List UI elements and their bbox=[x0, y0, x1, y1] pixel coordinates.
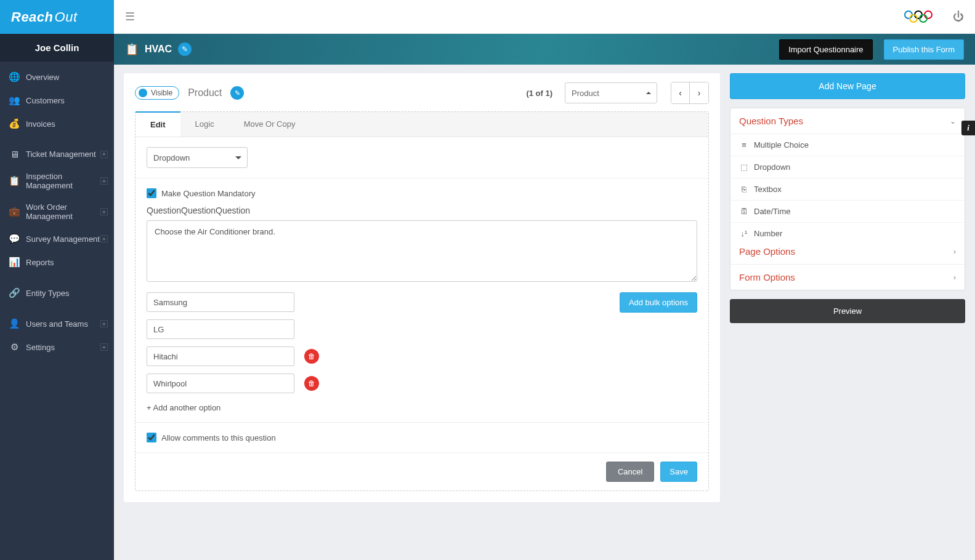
qtype-icon: ↓¹ bbox=[739, 229, 749, 238]
nav-icon: 📊 bbox=[9, 257, 20, 268]
right-panel-accordion: Question Types ⌄ ≡Multiple Choice⬚Dropdo… bbox=[730, 108, 965, 290]
question-type-number[interactable]: ↓¹Number bbox=[730, 223, 965, 239]
form-options-header[interactable]: Form Options › bbox=[730, 265, 965, 290]
page-counter: (1 of 1) bbox=[526, 89, 552, 98]
info-tab-button[interactable]: i bbox=[961, 121, 975, 135]
page-options-header[interactable]: Page Options › bbox=[730, 239, 965, 265]
edit-page-name-button[interactable]: ✎ bbox=[230, 86, 244, 100]
nav-label: Users and Teams bbox=[26, 319, 88, 329]
nav-label: Customers bbox=[26, 96, 65, 105]
sidebar-item-work-order-management[interactable]: 💼Work Order Management+ bbox=[0, 196, 114, 227]
question-type-date-time[interactable]: 🗓Date/Time bbox=[730, 201, 965, 223]
svg-point-3 bbox=[910, 15, 917, 22]
qtype-icon: ⬚ bbox=[739, 162, 749, 172]
sidebar-item-reports[interactable]: 📊Reports bbox=[0, 250, 114, 274]
topbar: ☰ ⏻ bbox=[114, 0, 975, 34]
sidebar-item-inspection-management[interactable]: 📋Inspection Management+ bbox=[0, 166, 114, 196]
question-type-select[interactable]: Dropdown bbox=[147, 147, 248, 168]
qtype-label: Textbox bbox=[754, 185, 782, 194]
delete-option-button[interactable]: 🗑 bbox=[304, 376, 319, 391]
tab-move-or-copy[interactable]: Move Or Copy bbox=[229, 112, 310, 137]
visibility-label: Visible bbox=[151, 89, 172, 97]
nav-icon: 🖥 bbox=[9, 149, 20, 159]
expand-icon: + bbox=[100, 177, 108, 185]
tab-edit[interactable]: Edit bbox=[136, 111, 180, 137]
nav-label: Survey Management bbox=[26, 234, 100, 244]
nav-label: Invoices bbox=[26, 119, 55, 129]
chevron-down-icon: ⌄ bbox=[950, 117, 956, 126]
nav-icon: 👥 bbox=[9, 95, 20, 106]
question-type-textbox[interactable]: ⎘Textbox bbox=[730, 178, 965, 201]
cancel-button[interactable]: Cancel bbox=[606, 462, 654, 482]
sidebar-item-settings[interactable]: ⚙Settings+ bbox=[0, 335, 114, 359]
delete-option-button[interactable]: 🗑 bbox=[304, 349, 319, 364]
next-page-button[interactable]: › bbox=[690, 82, 708, 103]
question-types-header[interactable]: Question Types ⌄ bbox=[730, 108, 965, 134]
publish-form-button[interactable]: Publish this Form bbox=[884, 39, 964, 60]
sidebar-item-customers[interactable]: 👥Customers bbox=[0, 89, 114, 112]
nav-icon: 📋 bbox=[9, 175, 20, 186]
nav-icon: 💼 bbox=[9, 206, 20, 217]
option-input-2[interactable] bbox=[147, 346, 294, 366]
svg-point-4 bbox=[920, 15, 927, 22]
visibility-toggle[interactable]: Visible bbox=[135, 86, 179, 100]
olympic-rings-icon[interactable] bbox=[904, 10, 933, 23]
edit-form-title-button[interactable]: ✎ bbox=[178, 42, 192, 56]
mandatory-checkbox-row[interactable]: Make Question Mandatory bbox=[147, 188, 697, 198]
sidebar-user-name[interactable]: Joe Collin bbox=[0, 34, 114, 62]
import-questionnaire-button[interactable]: Import Questionnaire bbox=[779, 39, 872, 60]
page-options-title: Page Options bbox=[739, 246, 795, 257]
question-text-input[interactable] bbox=[147, 220, 697, 282]
option-input-1[interactable] bbox=[147, 319, 294, 339]
add-new-page-button[interactable]: Add New Page bbox=[730, 73, 965, 99]
question-types-title: Question Types bbox=[739, 116, 803, 126]
question-type-dropdown[interactable]: ⬚Dropdown bbox=[730, 156, 965, 178]
question-section-label: QuestionQuestionQuestion bbox=[147, 206, 697, 215]
chevron-right-icon: › bbox=[953, 247, 956, 256]
sidebar-item-entity-types[interactable]: 🔗Entity Types bbox=[0, 281, 114, 305]
qtype-label: Date/Time bbox=[754, 207, 790, 216]
allow-comments-row[interactable]: Allow comments to this question bbox=[147, 433, 697, 442]
expand-icon: + bbox=[100, 235, 108, 242]
tab-logic[interactable]: Logic bbox=[180, 112, 229, 137]
brand-logo[interactable]: ReachOut bbox=[0, 0, 114, 34]
trash-icon: 🗑 bbox=[308, 352, 315, 361]
svg-point-0 bbox=[905, 11, 912, 18]
page-name: Product bbox=[188, 87, 222, 98]
sidebar-item-invoices[interactable]: 💰Invoices bbox=[0, 112, 114, 135]
form-options-title: Form Options bbox=[739, 272, 795, 282]
sidebar-item-overview[interactable]: 🌐Overview bbox=[0, 65, 114, 89]
nav-label: Overview bbox=[26, 73, 59, 82]
editor-panel: Visible Product ✎ (1 of 1) Product ‹ › bbox=[124, 73, 720, 502]
brand-sub: Out bbox=[55, 9, 78, 25]
page-selector[interactable]: Product bbox=[565, 82, 657, 103]
sidebar-item-survey-management[interactable]: 💬Survey Management+ bbox=[0, 227, 114, 250]
save-button[interactable]: Save bbox=[660, 462, 697, 482]
allow-comments-checkbox[interactable] bbox=[147, 433, 156, 442]
power-icon[interactable]: ⏻ bbox=[953, 10, 964, 23]
option-input-3[interactable] bbox=[147, 374, 294, 393]
mandatory-checkbox[interactable] bbox=[147, 188, 156, 198]
qtype-label: Multiple Choice bbox=[754, 140, 809, 150]
add-another-option-button[interactable]: + Add another option bbox=[147, 403, 319, 412]
form-title: HVAC bbox=[145, 44, 172, 55]
question-card: Edit Logic Move Or Copy Dropdown bbox=[135, 111, 709, 491]
nav-label: Entity Types bbox=[26, 289, 70, 298]
question-type-multiple-choice[interactable]: ≡Multiple Choice bbox=[730, 134, 965, 156]
sidebar-item-ticket-management[interactable]: 🖥Ticket Management+ bbox=[0, 143, 114, 166]
expand-icon: + bbox=[100, 343, 108, 351]
chevron-right-icon: › bbox=[953, 273, 956, 282]
sidebar: ReachOut Joe Collin 🌐Overview👥Customers💰… bbox=[0, 0, 114, 560]
hamburger-icon[interactable]: ☰ bbox=[125, 10, 135, 23]
nav-label: Ticket Management bbox=[26, 150, 96, 159]
sidebar-item-users-and-teams[interactable]: 👤Users and Teams+ bbox=[0, 312, 114, 335]
nav-icon: 🌐 bbox=[9, 71, 20, 82]
form-banner: 📋 HVAC ✎ Import Questionnaire Publish th… bbox=[114, 34, 975, 65]
option-input-0[interactable] bbox=[147, 292, 294, 312]
preview-button[interactable]: Preview bbox=[730, 299, 965, 323]
expand-icon: + bbox=[100, 320, 108, 327]
qtype-icon: ≡ bbox=[739, 140, 749, 150]
prev-page-button[interactable]: ‹ bbox=[671, 82, 690, 103]
nav-icon: 💰 bbox=[9, 118, 20, 129]
add-bulk-options-button[interactable]: Add bulk options bbox=[620, 292, 697, 313]
